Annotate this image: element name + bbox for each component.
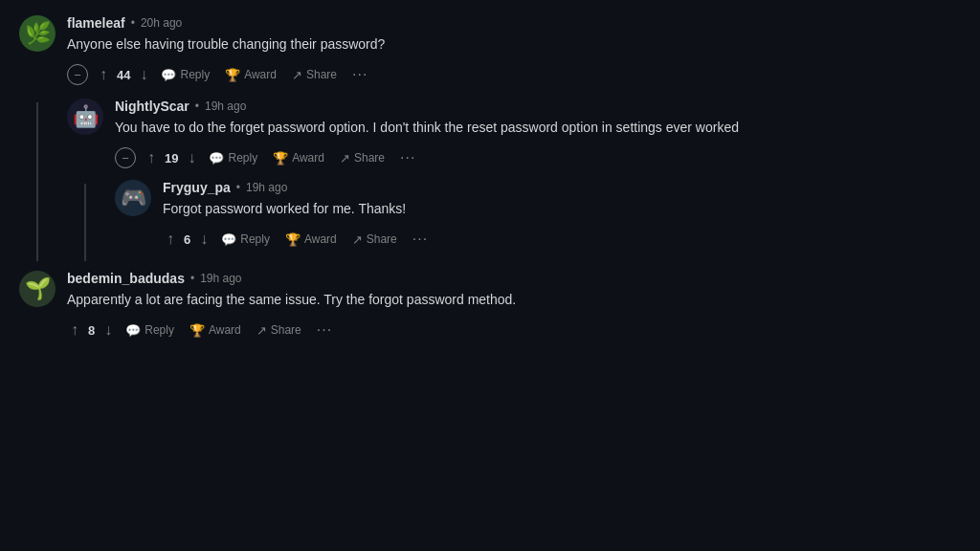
upvote-icon-nightlyscar: ↑ — [147, 149, 155, 166]
award-icon-fryguy: 🏆 — [285, 232, 301, 247]
comment-meta-root: flameleaf • 20h ago — [67, 15, 961, 31]
vote-count-root: 44 — [117, 68, 130, 82]
reply-button-bedemin[interactable]: 💬 Reply — [120, 320, 180, 342]
thread-line-container-2 — [67, 180, 103, 261]
thread-line-1 — [36, 102, 38, 261]
downvote-icon-bedemin: ↓ — [104, 321, 112, 339]
action-bar-root: − ↑ 44 ↓ 💬 Reply 🏆 Award ↗ Sh — [67, 62, 961, 87]
username-bedemin: bedemin_badudas — [67, 271, 185, 286]
reply-button-fryguy[interactable]: 💬 Reply — [215, 229, 276, 251]
reply-icon-bedemin: 💬 — [125, 323, 141, 338]
comment-body-nightlyscar: NightlyScar • 19h ago You have to do the… — [115, 99, 961, 174]
upvote-icon-root: ↑ — [100, 66, 107, 83]
share-button-bedemin[interactable]: ↗ Share — [251, 320, 307, 342]
thread-line-2 — [84, 184, 86, 261]
more-button-fryguy[interactable]: ··· — [407, 227, 434, 252]
more-button-root[interactable]: ··· — [346, 62, 373, 87]
collapse-button-nightlyscar[interactable]: − — [115, 147, 136, 168]
vote-count-fryguy: 6 — [184, 232, 190, 247]
collapse-button-root[interactable]: − — [67, 64, 88, 85]
comment-text-root: Anyone else having trouble changing thei… — [67, 34, 961, 55]
share-icon-root: ↗ — [292, 68, 302, 82]
avatar-nightlyscar: 🤖 — [67, 99, 103, 135]
comment-body-root: flameleaf • 20h ago Anyone else having t… — [67, 15, 961, 91]
username-flameleaf: flameleaf — [67, 15, 125, 31]
share-button-nightlyscar[interactable]: ↗ Share — [334, 147, 390, 169]
thread-line-container-1 — [19, 99, 56, 261]
timestamp-fryguy: 19h ago — [246, 181, 287, 194]
comment-thread: 🌿 flameleaf • 20h ago Anyone else having… — [0, 0, 980, 369]
upvote-button-fryguy[interactable]: ↑ — [163, 227, 178, 252]
comment-meta-fryguy: Fryguy_pa • 19h ago — [163, 180, 961, 195]
avatar-fryguy: 🎮 — [115, 180, 151, 216]
more-button-bedemin[interactable]: ··· — [311, 318, 338, 342]
share-icon-fryguy: ↗ — [352, 232, 363, 247]
comment-root: 🌿 flameleaf • 20h ago Anyone else having… — [19, 15, 961, 91]
upvote-button-root[interactable]: ↑ — [96, 62, 111, 87]
reply-button-nightlyscar[interactable]: 💬 Reply — [203, 147, 263, 169]
more-button-nightlyscar[interactable]: ··· — [394, 145, 421, 170]
downvote-button-root[interactable]: ↓ — [136, 62, 151, 87]
action-bar-fryguy: ↑ 6 ↓ 💬 Reply — [163, 227, 961, 252]
upvote-button-bedemin[interactable]: ↑ — [67, 318, 82, 342]
comment-text-fryguy: Forgot password worked for me. Thanks! — [163, 199, 961, 219]
thread-connector-2: 🎮 Fryguy_pa • 19h ago Forgot password wo… — [67, 180, 961, 261]
comment-text-nightlyscar: You have to do the forget password optio… — [115, 118, 961, 138]
username-fryguy: Fryguy_pa — [163, 180, 231, 195]
vote-count-bedemin: 8 — [88, 323, 95, 338]
comment-nightlyscar: 🤖 NightlyScar • 19h ago You have to do t… — [67, 99, 961, 174]
vote-count-nightlyscar: 19 — [165, 151, 178, 165]
award-button-nightlyscar[interactable]: 🏆 Award — [267, 147, 330, 169]
comment-text-bedemin: Apparently a lot are facing the same iss… — [67, 290, 961, 310]
award-icon-root: 🏆 — [225, 68, 240, 82]
avatar-bedemin: 🌱 — [19, 271, 56, 307]
award-button-fryguy[interactable]: 🏆 Award — [279, 229, 343, 251]
downvote-icon-root: ↓ — [140, 66, 147, 83]
comment-meta-nightlyscar: NightlyScar • 19h ago — [115, 99, 961, 114]
upvote-button-nightlyscar[interactable]: ↑ — [144, 145, 159, 170]
award-icon-nightlyscar: 🏆 — [273, 151, 288, 165]
timestamp-bedemin: 19h ago — [200, 272, 241, 285]
comment-body-fryguy: Fryguy_pa • 19h ago Forgot password work… — [163, 180, 961, 255]
username-nightlyscar: NightlyScar — [115, 99, 189, 114]
award-icon-bedemin: 🏆 — [189, 323, 205, 338]
nested-comment-1: 🤖 NightlyScar • 19h ago You have to do t… — [67, 99, 961, 261]
share-icon-bedemin: ↗ — [256, 323, 267, 338]
nested-comment-2: 🎮 Fryguy_pa • 19h ago Forgot password wo… — [115, 180, 961, 261]
avatar-flameleaf: 🌿 — [19, 15, 56, 52]
action-bar-nightlyscar: − ↑ 19 ↓ 💬 Reply 🏆 — [115, 145, 961, 170]
reply-icon-root: 💬 — [161, 68, 176, 82]
comment-bedemin: 🌱 bedemin_badudas • 19h ago Apparently a… — [19, 271, 961, 346]
upvote-icon-fryguy: ↑ — [167, 231, 174, 248]
award-button-bedemin[interactable]: 🏆 Award — [184, 320, 247, 342]
share-button-fryguy[interactable]: ↗ Share — [346, 229, 403, 251]
reply-icon-nightlyscar: 💬 — [209, 151, 224, 165]
downvote-icon-fryguy: ↓ — [200, 231, 208, 248]
reply-icon-fryguy: 💬 — [221, 232, 236, 247]
downvote-button-fryguy[interactable]: ↓ — [196, 227, 212, 252]
thread-connector-1: 🤖 NightlyScar • 19h ago You have to do t… — [19, 99, 961, 261]
upvote-icon-bedemin: ↑ — [71, 321, 78, 339]
comment-body-bedemin: bedemin_badudas • 19h ago Apparently a l… — [67, 271, 961, 346]
comment-meta-bedemin: bedemin_badudas • 19h ago — [67, 271, 961, 286]
downvote-icon-nightlyscar: ↓ — [188, 149, 195, 166]
action-bar-bedemin: ↑ 8 ↓ 💬 Reply 🏆 Award ↗ Share · — [67, 318, 961, 342]
downvote-button-bedemin[interactable]: ↓ — [100, 318, 116, 342]
share-button-root[interactable]: ↗ Share — [286, 64, 343, 86]
timestamp-flameleaf: 20h ago — [141, 16, 182, 30]
share-icon-nightlyscar: ↗ — [340, 151, 350, 165]
reply-button-root[interactable]: 💬 Reply — [155, 64, 215, 86]
award-button-root[interactable]: 🏆 Award — [219, 64, 282, 86]
downvote-button-nightlyscar[interactable]: ↓ — [184, 145, 199, 170]
comment-fryguy: 🎮 Fryguy_pa • 19h ago Forgot password wo… — [115, 180, 961, 255]
timestamp-nightlyscar: 19h ago — [205, 99, 246, 113]
